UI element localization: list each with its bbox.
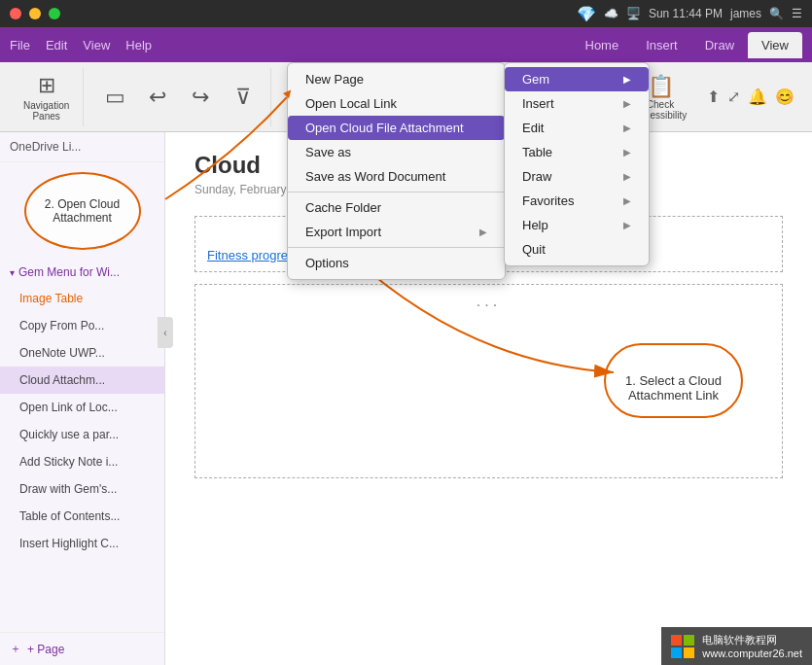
gem-menu-draw[interactable]: Draw ▶ [505,164,649,189]
sidebar-section-label: Gem Menu for Wi... [18,265,120,279]
title-bar: 💎 ☁️ 🖥️ Sun 11:44 PM james 🔍 ☰ [0,0,812,27]
navigation-panes-button[interactable]: ⊞ NavigationPanes [18,72,75,122]
annotation-step2: 2. Open Cloud Attachment [24,172,141,250]
display-icon: 🖥️ [626,7,641,20]
win-yellow [684,648,694,658]
gem-menu-favorites[interactable]: Favorites ▶ [505,189,649,213]
gem-menu-quit[interactable]: Quit [505,237,649,262]
menu-export-import[interactable]: Export Import ▶ [288,220,505,244]
menu-save-word[interactable]: Save as Word Document [288,164,505,189]
accessibility-icon: 📋 [648,74,674,99]
gem-menu-help[interactable]: Help ▶ [505,213,649,237]
expand-icon[interactable]: ⤢ [727,88,740,106]
sidebar-item-cloud-attachment[interactable]: Cloud Attachm... [0,367,164,394]
view-menu-dropdown[interactable]: New Page Open Local Link Open Cloud File… [287,62,506,280]
gem-menu-insert[interactable]: Insert ▶ [505,91,649,116]
toolbar-group-navigation: ⊞ NavigationPanes [10,68,84,126]
share-icon[interactable]: ⬆ [707,88,720,106]
sidebar-item-highlight[interactable]: Insert Highlight C... [0,530,164,557]
sidebar-item-quickly[interactable]: Quickly use a par... [0,421,164,448]
tab-view[interactable]: View [748,32,802,58]
sidebar-item-toc[interactable]: Table of Contents... [0,503,164,530]
dots-2: ... [207,293,770,310]
sidebar-item-sticky-note[interactable]: Add Sticky Note i... [0,448,164,475]
toolbar-group-view: ▭ ↩ ↪ ⊽ [88,68,271,126]
navigation-panes-icon: ⊞ [38,73,55,98]
help-arrow: ▶ [623,220,631,230]
normal-view-icon: ▭ [105,85,125,110]
win-blue [671,648,682,658]
apple-menu[interactable]: File [10,38,30,52]
draw-arrow: ▶ [623,171,631,182]
onedrive-label: OneDrive Li... [10,140,81,154]
sidebar-item-image-table[interactable]: Image Table [0,285,164,312]
menu-open-local-link[interactable]: Open Local Link [288,91,505,116]
gem-menu-gem[interactable]: Gem ▶ [505,67,649,91]
sidebar-item-open-link[interactable]: Open Link of Loc... [0,394,164,421]
gem-icon: 💎 [577,5,596,23]
cloud-icon: ☁️ [604,7,618,20]
menu-divider-2 [288,247,505,248]
avatar-icon[interactable]: 😊 [775,88,794,106]
minimize-button[interactable] [29,8,41,19]
gem-menu-edit[interactable]: Edit ▶ [505,116,649,140]
edit-arrow: ▶ [623,122,631,133]
more-button[interactable]: ⊽ [224,72,263,122]
tab-insert[interactable]: Insert [632,32,691,58]
win-red [671,635,682,646]
bell-icon: 🔔 [748,88,767,106]
menu-save-as[interactable]: Save as [288,140,505,164]
sidebar-item-copy-from[interactable]: Copy From Po... [0,312,164,339]
redo-button[interactable]: ↪ [181,72,220,122]
table-arrow: ▶ [623,147,631,158]
sidebar-item-onenote-uwp[interactable]: OneNote UWP... [0,339,164,367]
windows-logo [671,635,694,658]
favorites-arrow: ▶ [623,195,631,206]
sidebar: OneDrive Li... 2. Open Cloud Attachment … [0,132,165,665]
menu-icon[interactable]: ☰ [792,7,802,20]
menu-cache-folder[interactable]: Cache Folder [288,195,505,220]
sidebar-item-draw-gem[interactable]: Draw with Gem's... [0,475,164,503]
normal-view-button[interactable]: ▭ [95,72,134,122]
menu-new-page[interactable]: New Page [288,67,505,91]
window-controls [10,8,60,19]
gem-menu-dropdown[interactable]: Gem ▶ Insert ▶ Edit ▶ Table ▶ Draw ▶ Fav… [504,62,650,266]
search-icon[interactable]: 🔍 [769,7,784,20]
clock-time: Sun 11:44 PM [649,7,723,20]
undo-icon: ↩ [149,85,166,110]
sidebar-nav: OneDrive Li... [0,132,164,162]
export-import-arrow: ▶ [479,227,487,237]
more-icon: ⊽ [235,85,251,110]
menu-open-cloud-file[interactable]: Open Cloud File Attachment [288,116,505,140]
user-name: james [730,7,761,20]
maximize-button[interactable] [49,8,60,19]
navigation-panes-label: NavigationPanes [23,100,69,122]
add-page-label: + Page [27,643,64,656]
gem-arrow: ▶ [623,74,631,85]
ribbon-container: File Edit View Help Home Insert Draw Vie… [0,27,812,62]
gem-menu-table[interactable]: Table ▶ [505,140,649,164]
add-page-button[interactable]: ＋ + Page [0,632,164,665]
tab-home[interactable]: Home [572,32,633,58]
redo-icon: ↪ [192,85,209,110]
insert-arrow: ▶ [623,98,631,109]
edit-menu[interactable]: Edit [46,38,67,52]
menu-options[interactable]: Options [288,251,505,275]
close-button[interactable] [10,8,21,19]
add-icon: ＋ [10,641,21,657]
menu-divider-1 [288,192,505,192]
annotation-step1: 1. Select a Cloud Attachment Link [604,343,743,418]
undo-button[interactable]: ↩ [138,72,177,122]
content-box-2: ... 1. Select a Cloud Attachment Link [194,284,783,478]
sidebar-collapse-button[interactable]: ‹ [158,317,173,348]
go-menu[interactable]: Help [125,38,152,52]
sidebar-section-gem[interactable]: Gem Menu for Wi... [0,260,164,285]
win-green [684,635,694,646]
title-bar-right: 💎 ☁️ 🖥️ Sun 11:44 PM james 🔍 ☰ [577,5,802,23]
watermark-text: 电脑软件教程网 www.computer26.net [702,633,802,659]
ribbon-tabs: File Edit View Help Home Insert Draw Vie… [0,27,812,62]
view-menu-mac[interactable]: View [83,38,110,52]
tab-draw[interactable]: Draw [691,32,748,58]
watermark: 电脑软件教程网 www.computer26.net [661,627,812,665]
